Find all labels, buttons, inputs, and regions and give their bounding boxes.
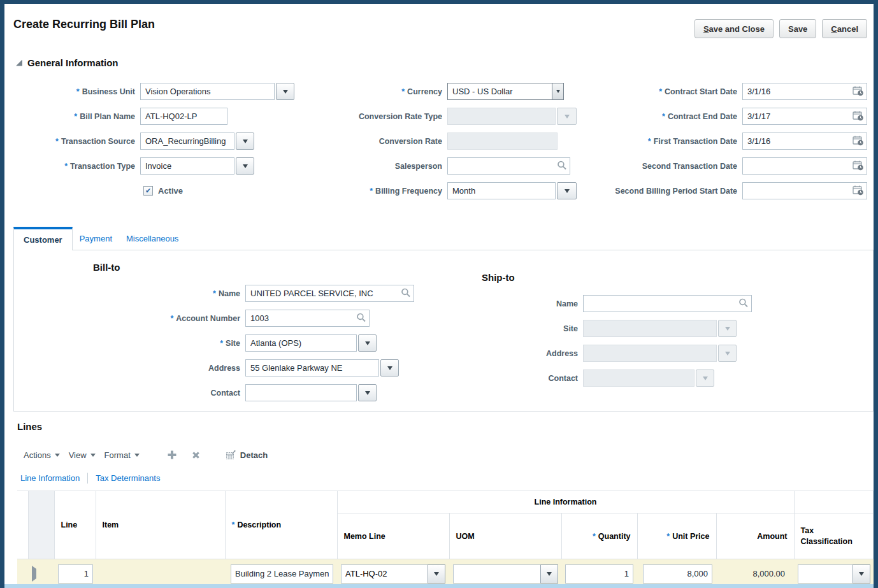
memo-line-combobox[interactable] (341, 564, 445, 584)
date-picker-icon[interactable] (853, 135, 864, 148)
view-menu[interactable]: View (69, 450, 96, 460)
first-transaction-date-input[interactable] (747, 133, 862, 149)
memo-line-input[interactable] (341, 564, 428, 584)
date-picker-icon[interactable] (853, 160, 864, 173)
date-picker-icon[interactable] (853, 85, 864, 98)
column-header-line[interactable]: Line (54, 491, 96, 559)
subtab-line-information[interactable]: Line Information (20, 473, 87, 483)
billing-frequency-field[interactable] (447, 182, 556, 199)
chevron-down-icon (725, 327, 730, 331)
column-header-item[interactable]: Item (96, 491, 225, 559)
column-header-unit-price[interactable]: *Unit Price (637, 513, 716, 559)
bill-to-address-field[interactable] (245, 359, 379, 376)
actions-menu[interactable]: Actions (24, 450, 60, 460)
search-icon[interactable] (557, 160, 567, 172)
date-picker-icon[interactable] (853, 110, 864, 123)
add-row-button[interactable] (166, 449, 178, 461)
uom-input[interactable] (453, 564, 540, 584)
contract-start-date-field[interactable] (742, 83, 867, 100)
business-unit-dropdown-button[interactable] (276, 83, 294, 100)
bill-plan-name-field[interactable] (140, 108, 227, 125)
date-picker-icon[interactable] (853, 185, 864, 197)
first-transaction-date-field[interactable] (742, 133, 867, 150)
chevron-down-icon (565, 115, 570, 118)
bill-to-name-field[interactable] (245, 285, 414, 302)
column-header-description[interactable]: *Description (225, 491, 337, 559)
bill-to-account-number-field[interactable] (245, 310, 370, 327)
currency-dropdown-button[interactable] (552, 83, 563, 99)
delete-row-button[interactable] (191, 450, 201, 461)
column-header-amount[interactable]: Amount (716, 513, 794, 559)
bill-to-site-input[interactable] (250, 335, 352, 351)
lines-toolbar: Actions View Format Detach (24, 445, 268, 464)
active-checkbox[interactable] (143, 186, 153, 196)
second-billing-period-start-date-field[interactable] (742, 182, 867, 199)
tab-payment[interactable]: Payment (73, 227, 119, 250)
contract-end-date-input[interactable] (747, 108, 862, 124)
bill-to-contact-input[interactable] (250, 385, 352, 401)
memo-line-dropdown-button[interactable] (428, 564, 445, 584)
chevron-down-icon (90, 454, 96, 457)
line-number-input[interactable] (58, 564, 93, 584)
bill-plan-name-input[interactable] (145, 108, 222, 124)
transaction-source-dropdown-button[interactable] (236, 133, 254, 150)
contract-end-date-field[interactable] (742, 108, 867, 125)
ship-to-name-field[interactable] (583, 295, 752, 312)
chevron-down-icon (243, 140, 248, 143)
transaction-source-field[interactable] (140, 133, 234, 150)
tab-miscellaneous[interactable]: Miscellaneous (119, 227, 185, 250)
description-input[interactable] (231, 564, 333, 584)
lines-subtabs: Line Information Tax Determinants (20, 473, 168, 484)
bill-to-site-dropdown-button[interactable] (358, 334, 377, 352)
contract-start-date-input[interactable] (747, 83, 862, 99)
general-information-header[interactable]: General Information (16, 57, 119, 68)
bill-to-address-input[interactable] (250, 360, 374, 376)
salesperson-field[interactable] (447, 157, 570, 175)
second-transaction-date-input[interactable] (747, 158, 862, 174)
ship-to-name-input[interactable] (588, 296, 747, 312)
column-header-quantity[interactable]: *Quantity (561, 513, 637, 559)
column-header-memo-line[interactable]: Memo Line (337, 513, 449, 559)
cancel-button[interactable]: Cancel (822, 19, 867, 38)
second-transaction-date-field[interactable] (742, 157, 867, 175)
search-icon[interactable] (738, 298, 749, 310)
bill-to-name-input[interactable] (250, 285, 409, 301)
transaction-type-field[interactable] (140, 157, 234, 175)
uom-combobox[interactable] (453, 564, 558, 584)
second-billing-period-start-date-input[interactable] (747, 183, 862, 199)
transaction-type-dropdown-button[interactable] (236, 157, 254, 175)
unit-price-input[interactable] (643, 564, 712, 584)
transaction-source-input[interactable] (145, 133, 229, 149)
detach-button[interactable]: Detach (226, 450, 268, 461)
uom-dropdown-button[interactable] (540, 564, 558, 584)
billing-frequency-input[interactable] (452, 183, 551, 199)
business-unit-input[interactable] (145, 83, 270, 99)
business-unit-field[interactable] (140, 83, 275, 100)
conversion-rate-label: Conversion Rate (349, 137, 447, 146)
bill-to-contact-label: Contact (18, 389, 245, 398)
bill-to-contact-field[interactable] (245, 384, 357, 401)
tax-classification-input[interactable] (798, 564, 853, 584)
tax-classification-combobox[interactable] (798, 564, 870, 584)
currency-combobox[interactable]: USD - US Dollar (447, 83, 564, 100)
save-button[interactable]: Save (779, 19, 816, 38)
conversion-rate-type-field (447, 108, 556, 125)
format-menu[interactable]: Format (104, 450, 140, 460)
save-and-close-button[interactable]: Save and Close (694, 19, 774, 38)
transaction-type-input[interactable] (145, 158, 229, 174)
tab-customer[interactable]: Customer (13, 227, 73, 250)
bill-to-account-number-input[interactable] (250, 310, 364, 326)
column-header-uom[interactable]: UOM (449, 513, 561, 559)
search-icon[interactable] (401, 287, 411, 299)
bill-to-site-field[interactable] (245, 334, 357, 352)
tax-classification-dropdown-button[interactable] (853, 564, 870, 584)
bottom-scroll-strip[interactable] (4, 584, 874, 588)
bill-to-contact-dropdown-button[interactable] (358, 384, 377, 401)
quantity-input[interactable] (565, 564, 633, 584)
subtab-tax-determinants[interactable]: Tax Determinants (88, 473, 168, 483)
bill-to-address-dropdown-button[interactable] (380, 359, 399, 376)
billing-frequency-dropdown-button[interactable] (557, 182, 577, 199)
column-header-tax-classification[interactable]: Tax Classification (794, 513, 873, 559)
salesperson-input[interactable] (452, 158, 565, 174)
search-icon[interactable] (356, 312, 366, 324)
